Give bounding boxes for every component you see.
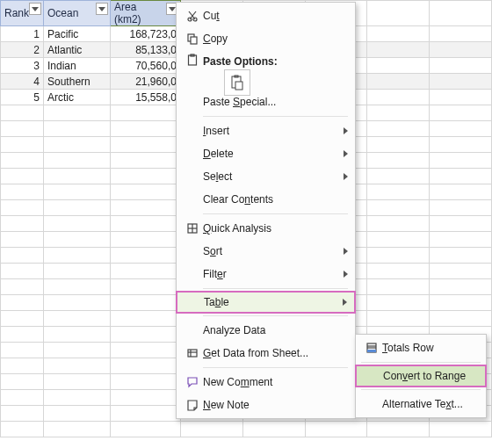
cell[interactable] [367, 1, 430, 26]
menu-new-comment-label: New Comment [203, 376, 343, 388]
menu-quick-analysis-label: Quick Analysis [203, 222, 343, 235]
cell[interactable] [367, 26, 430, 42]
cell[interactable] [367, 42, 430, 58]
chevron-right-icon [344, 173, 348, 180]
svg-rect-13 [235, 82, 242, 90]
svg-rect-8 [191, 37, 197, 44]
menu-new-comment[interactable]: New Comment [177, 371, 355, 394]
menu-clear-contents-label: Clear Contents [203, 193, 343, 206]
menu-new-note[interactable]: New Note [177, 394, 355, 416]
svg-line-5 [190, 11, 196, 19]
menu-quick-analysis[interactable]: Quick Analysis [177, 217, 355, 240]
svg-rect-10 [191, 54, 194, 56]
menu-insert[interactable]: Insert [177, 119, 355, 142]
cell[interactable] [430, 26, 492, 42]
header-area[interactable]: Area (km2) [110, 1, 180, 26]
separator [361, 389, 481, 390]
menu-paste-special-label: Paste Special... [203, 96, 343, 108]
menu-delete-label: Delete [203, 148, 343, 160]
submenu-alternative-text[interactable]: Alternative Text... [356, 393, 486, 415]
svg-rect-9 [189, 55, 197, 65]
svg-marker-2 [169, 7, 176, 11]
table-submenu: Totals Row Convert to Range Alternative … [355, 334, 487, 418]
cell[interactable] [367, 58, 430, 74]
totals-row-icon [361, 342, 382, 354]
cell-area[interactable]: 21,960,0 [110, 74, 180, 90]
header-ocean-label: Ocean [47, 7, 78, 19]
menu-select[interactable]: Select [177, 165, 355, 188]
header-rank-label: Rank [4, 7, 29, 19]
svg-rect-12 [235, 76, 238, 77]
cell[interactable] [430, 90, 492, 105]
submenu-totals-row[interactable]: Totals Row [356, 336, 486, 359]
separator [203, 367, 348, 368]
menu-get-data[interactable]: Get Data from Sheet... [177, 342, 355, 365]
menu-copy-label: Copy [203, 33, 343, 45]
chevron-right-icon [343, 299, 347, 306]
separator [203, 116, 348, 117]
cell-rank[interactable]: 1 [1, 26, 44, 42]
note-icon [182, 399, 203, 411]
menu-select-label: Select [203, 170, 343, 183]
menu-insert-label: Insert [203, 125, 343, 137]
menu-paste-special[interactable]: Paste Special... [177, 90, 355, 113]
cell[interactable] [367, 90, 430, 105]
separator [203, 288, 348, 289]
menu-cut[interactable]: Cut [177, 4, 355, 27]
cell-ocean[interactable]: Indian [44, 58, 111, 74]
chevron-right-icon [344, 271, 348, 278]
chevron-right-icon [344, 127, 348, 134]
cell-rank[interactable]: 5 [1, 90, 44, 105]
cell-area[interactable]: 168,723,0 [110, 26, 180, 42]
separator [203, 315, 348, 316]
menu-get-data-label: Get Data from Sheet... [203, 347, 343, 359]
menu-filter[interactable]: Filter [177, 263, 355, 285]
cell[interactable] [367, 74, 430, 90]
cell[interactable] [430, 58, 492, 74]
cell-rank[interactable]: 2 [1, 42, 44, 58]
chevron-right-icon [344, 248, 348, 255]
cell[interactable] [430, 74, 492, 90]
cell[interactable] [430, 1, 492, 26]
menu-copy[interactable]: Copy [177, 27, 355, 50]
chevron-right-icon [344, 150, 348, 157]
cell-rank[interactable]: 4 [1, 74, 44, 90]
menu-cut-label: Cut [203, 10, 343, 22]
svg-rect-21 [367, 350, 376, 352]
svg-marker-1 [98, 7, 105, 11]
menu-analyze-data-label: Analyze Data [203, 324, 343, 336]
menu-sort-label: Sort [203, 245, 343, 257]
cell-ocean[interactable]: Pacific [44, 26, 111, 42]
menu-paste-options-label: Paste Options: [203, 55, 278, 68]
submenu-convert-to-range[interactable]: Convert to Range [355, 365, 487, 387]
cell-area[interactable]: 70,560,0 [110, 58, 180, 74]
menu-table[interactable]: Table [176, 291, 356, 314]
cell[interactable] [430, 42, 492, 58]
separator [203, 213, 348, 214]
submenu-totals-row-label: Totals Row [382, 342, 474, 354]
cell-area[interactable]: 85,133,0 [110, 42, 180, 58]
quick-analysis-icon [182, 222, 203, 235]
header-rank[interactable]: Rank [1, 1, 44, 26]
cell-ocean[interactable]: Arctic [44, 90, 111, 105]
menu-paste-options[interactable]: Paste Options: [177, 50, 355, 90]
copy-icon [182, 33, 203, 45]
submenu-convert-to-range-label: Convert to Range [383, 370, 473, 382]
menu-table-label: Table [204, 296, 342, 308]
menu-clear-contents[interactable]: Clear Contents [177, 188, 355, 211]
menu-new-note-label: New Note [203, 399, 343, 411]
cell-ocean[interactable]: Southern [44, 74, 111, 90]
menu-sort[interactable]: Sort [177, 240, 355, 263]
header-area-label: Area (km2) [114, 1, 141, 25]
header-ocean[interactable]: Ocean [44, 1, 111, 26]
cell-ocean[interactable]: Atlantic [44, 42, 111, 58]
menu-delete[interactable]: Delete [177, 142, 355, 165]
get-data-icon [182, 347, 203, 359]
menu-analyze-data[interactable]: Analyze Data [177, 319, 355, 342]
cell-area[interactable]: 15,558,0 [110, 90, 180, 105]
submenu-alternative-text-label: Alternative Text... [382, 398, 474, 410]
cell-rank[interactable]: 3 [1, 58, 44, 74]
filter-dropdown-icon[interactable] [29, 3, 41, 15]
filter-dropdown-icon[interactable] [96, 3, 108, 15]
separator [361, 362, 481, 363]
